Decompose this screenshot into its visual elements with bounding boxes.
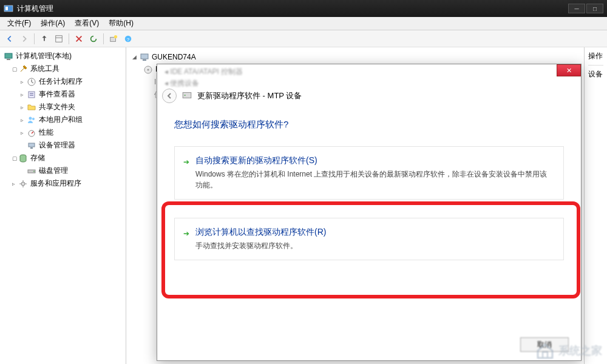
scan-button[interactable] [107,33,120,45]
sidebar-tree: 计算机管理(本地) ▢ 系统工具 ▹ 任务计划程序 ▹ 事件查看器 ▹ 共享文件… [0,47,126,364]
refresh-button[interactable] [87,33,100,45]
actions-panel: 操作 设备 [584,47,607,364]
arrow-icon: ➔ [183,229,189,238]
option-auto-desc: Windows 将在您的计算机和 Internet 上查找用于相关设备的最新驱动… [195,169,552,190]
svg-point-14 [29,116,32,120]
svg-rect-9 [7,59,10,60]
watermark: 系统之家 [535,341,602,360]
svg-rect-17 [29,143,35,147]
svg-point-5 [114,35,117,38]
actions-heading: 操作 [588,51,603,66]
dialog-close-button[interactable]: ✕ [557,64,581,76]
tree-system-tools[interactable]: ▢ 系统工具 [4,62,122,75]
minimize-button[interactable]: ─ [568,4,585,13]
help-button[interactable]: ? [122,33,134,45]
toolbar: ? [0,30,607,47]
svg-point-26 [148,69,149,70]
tree-event-viewer[interactable]: ▹ 事件查看器 [4,88,122,101]
window-titlebar: 计算机管理 ─ □ [0,0,607,17]
tree-task-scheduler[interactable]: ▹ 任务计划程序 [4,75,122,88]
svg-point-28 [185,94,186,95]
svg-rect-1 [5,7,8,10]
maximize-button[interactable]: □ [586,4,603,13]
option-browse-title: 浏览计算机以查找驱动程序软件(R) [195,227,552,238]
svg-rect-11 [29,92,35,98]
event-icon [27,90,36,99]
svg-point-21 [33,170,35,172]
storage-icon [18,153,28,163]
dialog-device-icon [181,90,192,103]
update-driver-dialog: ◂ IDE ATA/ATAPI 控制器 ◂ 便携设备 ✕ 更新驱动程序软件 - … [157,64,582,361]
tools-icon [18,64,28,74]
dialog-title: 更新驱动程序软件 - MTP 设备 [197,90,302,101]
up-button[interactable] [38,33,50,45]
computer-icon [140,52,149,62]
tree-performance[interactable]: ▹ 性能 [4,126,122,139]
services-icon [18,179,28,189]
device-tree-root[interactable]: ◢ GUKEND74A [132,51,578,63]
option-browse-computer[interactable]: ➔ 浏览计算机以查找驱动程序软件(R) 手动查找并安装驱动程序软件。 [174,218,564,260]
tree-root[interactable]: 计算机管理(本地) [4,50,122,62]
option-auto-search[interactable]: ➔ 自动搜索更新的驱动程序软件(S) Windows 将在您的计算机和 Inte… [174,146,564,200]
disk-icon [27,166,36,176]
tree-services-apps[interactable]: ▹ 服务和应用程序 [4,177,122,190]
actions-item[interactable]: 设备 [588,66,603,79]
menu-action[interactable]: 操作(A) [36,17,70,30]
device-icon [27,141,36,150]
folder-shared-icon [27,103,36,112]
svg-rect-8 [5,53,12,58]
app-icon [4,4,13,13]
option-browse-desc: 手动查找并安装驱动程序软件。 [195,240,552,251]
performance-icon [27,128,36,138]
svg-point-15 [32,118,35,120]
svg-rect-18 [30,147,33,149]
option-auto-title: 自动搜索更新的驱动程序软件(S) [195,155,552,166]
collapse-icon[interactable]: ▢ [12,66,18,72]
svg-rect-27 [183,92,191,98]
back-button[interactable] [4,33,16,45]
svg-rect-23 [141,54,148,59]
tree-device-manager[interactable]: 设备管理器 [4,139,122,152]
tree-shared-folders[interactable]: ▹ 共享文件夹 [4,101,122,113]
dvd-icon [143,65,153,75]
collapse-icon[interactable]: ▢ [12,155,18,161]
clock-icon [27,77,36,87]
tree-local-users[interactable]: ▹ 本地用户和组 [4,113,122,126]
users-icon [27,115,36,125]
svg-rect-24 [143,59,146,61]
dialog-behind-text: ◂ IDE ATA/ATAPI 控制器 ◂ 便携设备 [164,67,243,89]
properties-button[interactable] [53,33,65,45]
svg-point-22 [21,182,25,186]
menu-help[interactable]: 帮助(H) [104,17,138,30]
svg-rect-2 [56,35,63,42]
menubar: 文件(F) 操作(A) 查看(V) 帮助(H) [0,17,607,30]
svg-rect-29 [543,352,548,358]
tree-disk-mgmt[interactable]: 磁盘管理 [4,164,122,177]
forward-button[interactable] [18,33,30,45]
menu-view[interactable]: 查看(V) [70,17,104,30]
tree-storage[interactable]: ▢ 存储 [4,152,122,164]
dialog-question: 您想如何搜索驱动程序软件? [174,119,564,130]
arrow-icon: ➔ [183,158,189,166]
menu-file[interactable]: 文件(F) [2,17,36,30]
window-title: 计算机管理 [17,4,53,14]
computer-icon [4,52,13,61]
delete-button[interactable] [73,33,85,45]
dialog-back-button[interactable] [162,89,177,103]
svg-text:?: ? [127,36,130,42]
